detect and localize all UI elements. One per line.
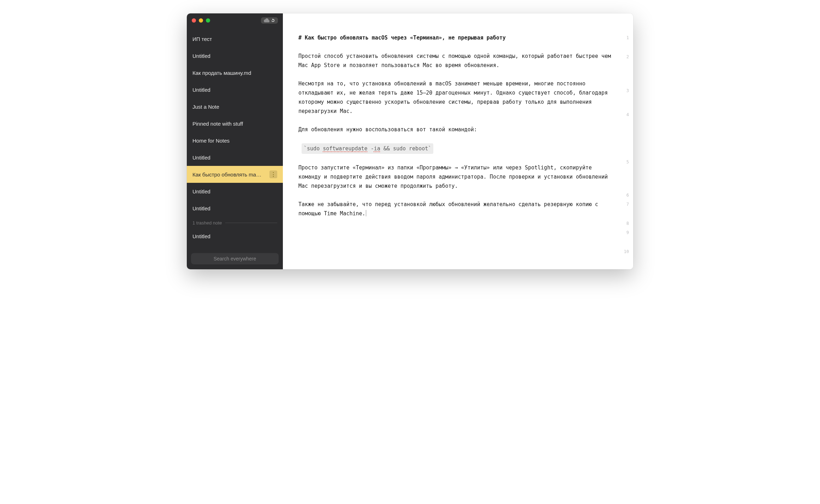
note-item[interactable]: Untitled <box>187 47 283 64</box>
paragraph[interactable]: Простой способ установить обновления сис… <box>298 52 611 70</box>
note-item-title: Untitled <box>192 205 277 211</box>
note-item[interactable]: Home for Notes <box>187 132 283 149</box>
search-input-wrap[interactable] <box>191 253 279 264</box>
search-input[interactable] <box>191 256 279 262</box>
note-item-title: Home for Notes <box>192 138 277 144</box>
minimize-button[interactable] <box>199 18 203 23</box>
note-item[interactable]: Untitled <box>187 183 283 200</box>
more-vertical-icon: ⋮ <box>271 171 276 178</box>
note-item-title: Untitled <box>192 53 277 59</box>
sync-status-button[interactable] <box>261 17 278 24</box>
editor[interactable]: # Как быстро обновлять macOS через «Терм… <box>283 13 633 269</box>
titlebar <box>187 13 283 28</box>
note-item-title: ИП тест <box>192 36 277 42</box>
note-list: ИП тестUntitledКак продать машину.mdUnti… <box>187 28 283 250</box>
note-item[interactable]: Untitled <box>187 149 283 166</box>
close-button[interactable] <box>192 18 196 23</box>
note-item[interactable]: Как быстро обновлять ma…⋮ <box>187 166 283 183</box>
note-item-title: Untitled <box>192 155 277 161</box>
note-item[interactable]: Untitled <box>187 200 283 217</box>
trash-separator: 1 trashed note <box>187 217 283 228</box>
traffic-lights <box>192 18 210 23</box>
paragraph[interactable]: Также не забывайте, что перед установкой… <box>298 200 611 218</box>
refresh-icon <box>271 18 275 23</box>
heading-line[interactable]: # Как быстро обновлять macOS через «Терм… <box>298 33 611 42</box>
cloud-icon <box>264 18 269 23</box>
note-item-title: Untitled <box>192 87 277 93</box>
code-line[interactable]: `sudo softwareupdate -ia && sudo reboot` <box>298 143 611 154</box>
note-item-more-button[interactable]: ⋮ <box>269 170 277 178</box>
paragraph[interactable]: Для обновления нужно воспользоваться вот… <box>298 125 611 134</box>
paragraph[interactable]: Просто запустите «Терминал» из папки «Пр… <box>298 163 611 191</box>
note-item-title: Untitled <box>192 188 277 194</box>
note-item[interactable]: ИП тест <box>187 30 283 47</box>
note-item[interactable]: Как продать машину.md <box>187 64 283 81</box>
text-cursor <box>366 210 366 216</box>
trash-label: 1 trashed note <box>192 220 222 226</box>
app-window: ИП тестUntitledКак продать машину.mdUnti… <box>187 13 633 269</box>
note-item-title: Как быстро обновлять ma… <box>192 172 267 178</box>
maximize-button[interactable] <box>206 18 210 23</box>
note-item-title: Как продать машину.md <box>192 70 277 76</box>
note-item-title: Untitled <box>192 233 277 239</box>
editor-wrap: # Как быстро обновлять macOS через «Терм… <box>283 13 633 269</box>
note-item[interactable]: Just a Note <box>187 98 283 115</box>
trashed-note-item[interactable]: Untitled <box>187 228 283 245</box>
note-item[interactable]: Pinned note with stuff <box>187 115 283 132</box>
note-item-title: Just a Note <box>192 104 277 110</box>
search-bar <box>187 250 283 269</box>
note-item[interactable]: Untitled <box>187 81 283 98</box>
sidebar: ИП тестUntitledКак продать машину.mdUnti… <box>187 13 283 269</box>
note-item-title: Pinned note with stuff <box>192 121 277 127</box>
paragraph[interactable]: Несмотря на то, что установка обновлений… <box>298 79 611 116</box>
